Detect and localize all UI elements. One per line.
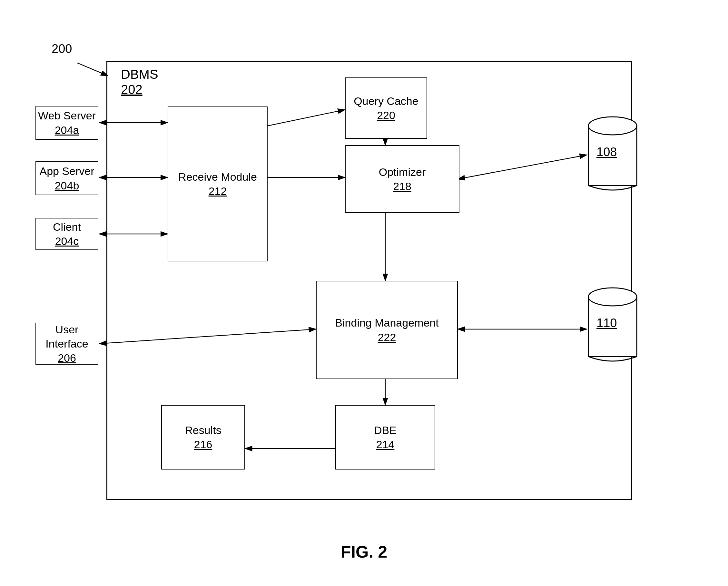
web-server-box: Web Server 204a	[35, 106, 98, 140]
dbms-label: DBMS	[121, 67, 158, 82]
svg-point-18	[589, 117, 637, 135]
db-108-cylinder: 108	[587, 113, 639, 197]
svg-point-20	[589, 288, 637, 306]
db-110-cylinder: 110	[587, 284, 639, 368]
results-box: Results 216	[161, 405, 245, 469]
svg-line-4	[77, 63, 108, 76]
db-110-ref: 110	[596, 316, 617, 330]
diagram-container: 200 DBMS 202 Web Server 204a App Server …	[19, 19, 709, 568]
db-108-ref: 108	[596, 145, 617, 159]
binding-management-box: Binding Management 222	[316, 281, 458, 379]
optimizer-box: Optimizer 218	[345, 145, 460, 213]
app-server-box: App Server 204b	[35, 161, 98, 195]
dbe-box: DBE 214	[335, 405, 435, 469]
ref-200: 200	[52, 42, 72, 56]
user-interface-box: User Interface 206	[35, 323, 98, 365]
receive-module-box: Receive Module 212	[168, 106, 268, 261]
dbms-ref: 202	[121, 82, 142, 97]
query-cache-box: Query Cache 220	[345, 77, 427, 139]
client-box: Client 204c	[35, 218, 98, 250]
figure-label: FIG. 2	[341, 542, 387, 561]
